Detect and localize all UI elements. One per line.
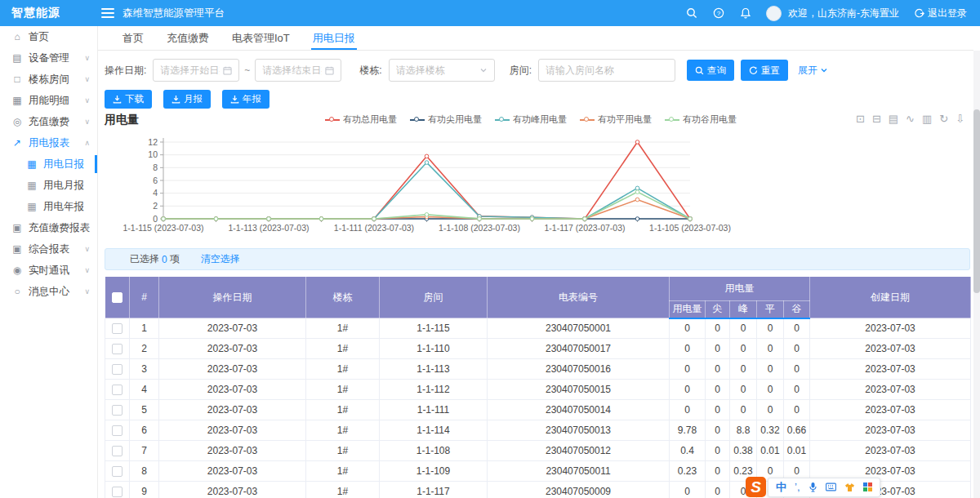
sidebar-item-5[interactable]: ◎充值缴费∨ xyxy=(0,111,97,132)
row-checkbox[interactable] xyxy=(112,446,122,456)
svg-text:6: 6 xyxy=(153,176,158,185)
download-icon xyxy=(113,95,122,104)
sidebar-item-1[interactable]: ⌂首页 xyxy=(0,26,97,47)
search-button[interactable]: 查询 xyxy=(687,60,734,81)
cell-created-date: 2023-07-03 xyxy=(810,359,971,380)
cell-room: 1-1-108 xyxy=(380,441,488,461)
svg-text:1-1-105 (2023-07-03): 1-1-105 (2023-07-03) xyxy=(649,223,731,233)
monthly-report-button[interactable]: 月报 xyxy=(163,90,211,109)
tab-用电日报[interactable]: 用电日报 xyxy=(301,26,367,50)
legend-item[interactable]: 有功谷用电量 xyxy=(665,113,737,126)
table-row[interactable]: 32023-07-031#1-1-11323040705001600000202… xyxy=(105,359,971,380)
download-button[interactable]: 下载 xyxy=(105,90,152,109)
summary-report-icon: ▣ xyxy=(11,243,23,255)
subcol-平: 平 xyxy=(757,301,784,318)
expand-toggle[interactable]: 展开 xyxy=(798,64,828,78)
toolbox-icon-3[interactable]: ▤ xyxy=(889,113,898,125)
legend-item[interactable]: 有功总用电量 xyxy=(325,113,397,126)
toolbox-icon-2[interactable]: ⊟ xyxy=(872,113,881,125)
legend-item[interactable]: 有功尖用电量 xyxy=(410,113,482,126)
daily-report-icon: ▦ xyxy=(26,158,38,170)
tab-电表管理IoT[interactable]: 电表管理IoT xyxy=(220,26,301,50)
start-date-input[interactable] xyxy=(160,64,220,76)
sidebar-item-2[interactable]: ▤设备管理∨ xyxy=(0,47,97,69)
sidebar-item-label: 首页 xyxy=(29,30,49,44)
cell-building: 1# xyxy=(306,339,380,359)
row-checkbox[interactable] xyxy=(112,405,122,416)
table-row[interactable]: 12023-07-031#1-1-11523040705000100000202… xyxy=(105,318,971,339)
row-checkbox[interactable] xyxy=(112,385,122,395)
table-row[interactable]: 72023-07-031#1-1-1082304070500120.400.38… xyxy=(105,441,971,461)
reset-button[interactable]: 重置 xyxy=(741,60,788,81)
toolbox-icon-4[interactable]: ∿ xyxy=(906,113,915,125)
sidebar-item-label: 用电月报 xyxy=(43,179,84,193)
select-all-checkbox[interactable] xyxy=(112,292,122,303)
sidebar-item-4[interactable]: ▦用能明细∨ xyxy=(0,90,97,111)
ime-logo-icon[interactable]: S xyxy=(746,477,766,497)
row-checkbox[interactable] xyxy=(112,364,122,375)
scrollbar-thumb[interactable] xyxy=(973,109,980,293)
tab-充值缴费[interactable]: 充值缴费 xyxy=(155,26,220,50)
ime-microphone-icon[interactable] xyxy=(808,482,817,492)
row-checkbox[interactable] xyxy=(112,466,122,477)
search-icon[interactable] xyxy=(685,7,697,20)
tab-首页[interactable]: 首页 xyxy=(111,26,155,50)
sidebar-item-8[interactable]: ▦用电月报 xyxy=(0,175,97,196)
table-row[interactable]: 22023-07-031#1-1-11023040705001700000202… xyxy=(105,339,971,359)
table-row[interactable]: 42023-07-031#1-1-11223040705001500000202… xyxy=(105,380,971,400)
legend-item[interactable]: 有功平用电量 xyxy=(580,113,652,126)
cell-index: 6 xyxy=(130,420,159,441)
ime-language-mode[interactable]: 中 xyxy=(776,482,786,492)
cell-operation-date: 2023-07-03 xyxy=(159,420,306,441)
yearly-report-button[interactable]: 年报 xyxy=(222,90,270,109)
toolbox-icon-7[interactable]: ⇩ xyxy=(956,113,964,125)
cell-created-date: 2023-07-03 xyxy=(810,420,971,441)
room-input[interactable] xyxy=(546,64,668,76)
sidebar-item-13[interactable]: ○消息中心∨ xyxy=(0,281,97,302)
row-checkbox[interactable] xyxy=(112,344,122,354)
cell-power-value: 0.01 xyxy=(757,441,784,461)
toolbox-icon-5[interactable]: ▥ xyxy=(922,113,932,125)
yearly-report-icon: ▦ xyxy=(26,201,38,212)
cell-power-value: 0 xyxy=(670,359,706,380)
bell-icon[interactable] xyxy=(739,7,751,20)
avatar[interactable] xyxy=(766,6,782,21)
building-select-input[interactable] xyxy=(396,64,476,76)
cell-power-value: 0 xyxy=(706,420,730,441)
download-icon xyxy=(230,95,239,104)
sidebar-item-11[interactable]: ▣综合报表∨ xyxy=(0,238,97,260)
toolbox-icon-6[interactable]: ↻ xyxy=(939,113,948,125)
row-checkbox[interactable] xyxy=(112,487,122,497)
sidebar-item-3[interactable]: □楼栋房间∨ xyxy=(0,69,97,90)
end-date-input[interactable] xyxy=(262,64,322,76)
legend-item[interactable]: 有功峰用电量 xyxy=(495,113,567,126)
logout-button[interactable]: 退出登录 xyxy=(914,7,967,20)
clear-selection-link[interactable]: 清空选择 xyxy=(201,252,240,266)
cell-power-value: 0.66 xyxy=(784,420,810,441)
cell-meter-number: 230407050012 xyxy=(488,441,670,461)
ime-punctuation-icon[interactable]: ’, xyxy=(795,482,800,492)
sidebar-item-9[interactable]: ▦用电年报 xyxy=(0,196,97,217)
table-row[interactable]: 62023-07-031#1-1-1142304070500139.7808.8… xyxy=(105,420,971,441)
sidebar-item-6[interactable]: ↗用电报表∧ xyxy=(0,132,97,153)
ime-skin-icon[interactable] xyxy=(844,482,855,492)
cell-room: 1-1-117 xyxy=(380,482,488,498)
toolbox-icon-1[interactable]: ⊡ xyxy=(856,113,865,125)
help-icon[interactable]: ? xyxy=(712,7,724,20)
row-checkbox[interactable] xyxy=(112,425,122,436)
building-select[interactable] xyxy=(389,59,495,82)
sidebar-item-10[interactable]: ▣充值缴费报表∨ xyxy=(0,217,97,238)
cell-power-value: 0 xyxy=(784,380,810,400)
row-checkbox[interactable] xyxy=(112,323,122,334)
ime-keyboard-icon[interactable] xyxy=(826,482,836,491)
sidebar-item-7[interactable]: ▦用电日报 xyxy=(0,153,97,175)
sidebar-collapse-icon[interactable] xyxy=(101,8,114,18)
cell-power-value: 0 xyxy=(730,318,757,339)
sidebar-item-label: 综合报表 xyxy=(29,242,69,256)
cell-power-value: 0 xyxy=(706,380,730,400)
svg-text:12: 12 xyxy=(148,137,158,147)
table-row[interactable]: 52023-07-031#1-1-11123040705001400000202… xyxy=(105,400,971,420)
ime-toolbox-icon[interactable] xyxy=(863,482,872,491)
sidebar-item-12[interactable]: ◉实时通讯∨ xyxy=(0,260,97,281)
cell-index: 3 xyxy=(130,359,159,380)
